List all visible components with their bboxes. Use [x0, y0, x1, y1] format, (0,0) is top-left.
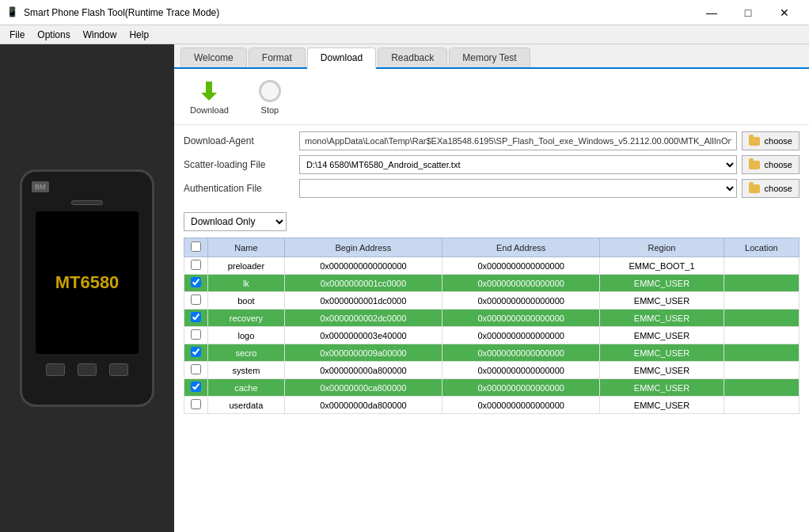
table-row: lk 0x0000000001cc0000 0x0000000000000000…: [184, 275, 800, 292]
close-button[interactable]: ✕: [766, 0, 803, 25]
row-location: [724, 275, 799, 292]
row-name: system: [208, 362, 285, 379]
row-checkbox-6[interactable]: [191, 364, 201, 374]
row-checkbox-5[interactable]: [191, 347, 201, 357]
scatter-label: Scatter-loading File: [184, 159, 294, 170]
row-region: EMMC_USER: [600, 292, 724, 310]
row-checkbox-cell: [184, 310, 208, 327]
download-label: Download: [190, 105, 229, 115]
tab-download[interactable]: Download: [307, 48, 376, 69]
row-checkbox-4[interactable]: [191, 329, 201, 340]
table-row: cache 0x00000000ca800000 0x0000000000000…: [184, 379, 800, 397]
row-end: 0x0000000000000000: [442, 292, 600, 310]
row-begin: 0x0000000009a00000: [284, 344, 442, 362]
tab-welcome[interactable]: Welcome: [180, 48, 247, 67]
choose-scatter-button[interactable]: choose: [742, 155, 800, 174]
choose-label-1: choose: [765, 136, 792, 146]
menu-bar: File Options Window Help: [0, 25, 809, 44]
row-location: [724, 292, 799, 310]
row-name: cache: [208, 379, 285, 397]
col-header-name: Name: [208, 238, 285, 257]
app-icon: 📱: [6, 6, 19, 19]
row-name: userdata: [208, 397, 285, 414]
row-checkbox-cell: [184, 292, 208, 310]
download-icon: [196, 78, 222, 104]
row-begin: 0x0000000001dc0000: [284, 292, 442, 310]
row-checkbox-cell: [184, 327, 208, 344]
row-checkbox-cell: [184, 257, 208, 275]
partition-table-wrapper: Name Begin Address End Address Region Lo…: [174, 238, 809, 414]
download-agent-label: Download-Agent: [184, 135, 294, 146]
row-begin: 0x0000000002dc0000: [284, 310, 442, 327]
phone-speaker: [71, 200, 103, 205]
row-location: [724, 257, 799, 275]
choose-auth-button[interactable]: choose: [742, 179, 800, 198]
row-checkbox-2[interactable]: [191, 294, 201, 305]
download-mode-select[interactable]: Download OnlyFirmware UpgradeFormat All …: [184, 212, 287, 231]
minimize-button[interactable]: —: [693, 0, 730, 25]
row-end: 0x0000000000000000: [442, 397, 600, 414]
row-location: [724, 397, 799, 414]
stop-button[interactable]: Stop: [251, 75, 289, 118]
row-checkbox-cell: [184, 379, 208, 397]
row-checkbox-1[interactable]: [191, 277, 201, 287]
stop-icon: [257, 78, 283, 104]
menu-file[interactable]: File: [3, 28, 31, 42]
phone-screen: MT6580: [36, 211, 139, 354]
col-header-region: Region: [600, 238, 724, 257]
folder-icon-3: [749, 184, 760, 193]
scatter-select[interactable]: D:\14 6580\MT6580_Android_scatter.txt: [299, 155, 737, 174]
row-begin: 0x0000000001cc0000: [284, 275, 442, 292]
row-name: boot: [208, 292, 285, 310]
col-header-begin: Begin Address: [284, 238, 442, 257]
row-checkbox-cell: [184, 344, 208, 362]
download-agent-input[interactable]: [299, 131, 737, 150]
menu-help[interactable]: Help: [123, 28, 155, 42]
stop-label: Stop: [261, 105, 279, 115]
choose-label-2: choose: [765, 160, 792, 169]
row-region: EMMC_USER: [600, 327, 724, 344]
phone-display: BM MT6580: [20, 169, 154, 407]
row-name: recovery: [208, 310, 285, 327]
row-checkbox-0[interactable]: [191, 260, 201, 270]
row-checkbox-7[interactable]: [191, 382, 201, 392]
scatter-row: Scatter-loading File D:\14 6580\MT6580_A…: [184, 155, 800, 174]
table-row: preloader 0x0000000000000000 0x000000000…: [184, 257, 800, 275]
menu-window[interactable]: Window: [77, 28, 123, 42]
menu-options[interactable]: Options: [31, 28, 76, 42]
tab-memory-test[interactable]: Memory Test: [449, 48, 530, 67]
download-agent-row: Download-Agent choose: [184, 131, 800, 150]
row-end: 0x0000000000000000: [442, 327, 600, 344]
left-panel: BM MT6580: [0, 44, 174, 532]
row-checkbox-3[interactable]: [191, 312, 201, 322]
row-begin: 0x0000000003e40000: [284, 327, 442, 344]
tab-readback[interactable]: Readback: [378, 48, 447, 67]
row-checkbox-cell: [184, 362, 208, 379]
row-region: EMMC_USER: [600, 275, 724, 292]
select-all-checkbox[interactable]: [191, 241, 201, 252]
auth-select[interactable]: [299, 179, 737, 198]
row-region: EMMC_USER: [600, 344, 724, 362]
row-region: EMMC_USER: [600, 379, 724, 397]
folder-icon-2: [749, 161, 760, 169]
row-end: 0x0000000000000000: [442, 379, 600, 397]
row-region: EMMC_BOOT_1: [600, 257, 724, 275]
row-region: EMMC_USER: [600, 397, 724, 414]
phone-brand: MT6580: [55, 272, 120, 293]
row-location: [724, 327, 799, 344]
download-toolbar: Download Stop: [174, 69, 809, 125]
table-row: userdata 0x00000000da800000 0x0000000000…: [184, 397, 800, 414]
row-checkbox-8[interactable]: [191, 399, 201, 409]
row-name: lk: [208, 275, 285, 292]
download-button[interactable]: Download: [184, 75, 235, 118]
phone-badge: BM: [32, 181, 49, 192]
row-location: [724, 310, 799, 327]
col-header-check: [184, 238, 208, 257]
tab-format[interactable]: Format: [249, 48, 306, 67]
maximize-button[interactable]: □: [730, 0, 766, 25]
col-header-location: Location: [724, 238, 799, 257]
choose-agent-button[interactable]: choose: [742, 131, 800, 150]
main-layout: BM MT6580 Welcome Format Download Readba…: [0, 44, 809, 532]
auth-label: Authentication File: [184, 183, 294, 194]
folder-icon-1: [749, 137, 760, 146]
